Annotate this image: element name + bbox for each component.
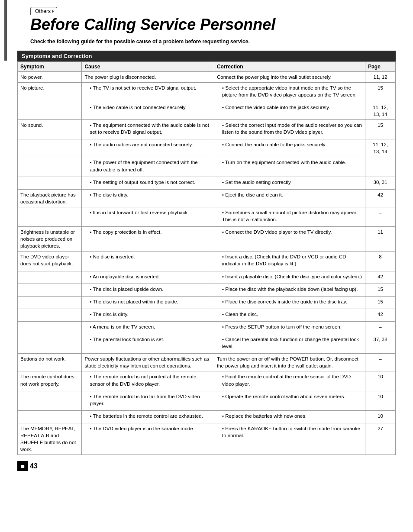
symptom-cell: The DVD video player does not start play… (18, 251, 82, 271)
correction-cell: Press the KARAOKE button to switch the m… (214, 423, 365, 455)
symptom-cell: Buttons do not work. (18, 354, 82, 371)
table-row: The batteries in the remote control are … (18, 410, 396, 423)
symptom-cell (18, 391, 82, 410)
correction-bullet: Cancel the parental lock function or cha… (222, 336, 362, 350)
symptom-cell: No sound. (18, 120, 82, 139)
cause-bullet: The power of the equipment connected wit… (90, 159, 211, 173)
table-row: No sound.The equipment connected with th… (18, 120, 396, 139)
cause-cell: A menu is on the TV screen. (82, 321, 214, 334)
symptom-cell (18, 102, 82, 119)
correction-bullet: Press the SETUP button to turn off the m… (222, 323, 362, 330)
left-bar-decoration (4, 0, 7, 61)
table-row: It is in fast forward or fast reverse pl… (18, 207, 396, 226)
correction-cell: Replace the batteries with new ones. (214, 410, 365, 423)
symptom-cell (18, 207, 82, 226)
symptom-cell (18, 139, 82, 157)
correction-cell: Place the disc correctly inside the guid… (214, 296, 365, 309)
symptom-cell (18, 271, 82, 284)
correction-cell: Insert a disc. (Check that the DVD or VC… (214, 251, 365, 271)
correction-bullet: Select the appropriate video input mode … (222, 84, 362, 98)
page-cell: – (365, 207, 396, 226)
page-cell: 10 (365, 410, 396, 423)
correction-cell: Insert a playable disc. (Check the disc … (214, 271, 365, 284)
page-cell: 10 (365, 391, 396, 410)
symptoms-table: Symptom Cause Correction Page No power.T… (17, 61, 396, 455)
correction-cell: Select the correct input mode of the aud… (214, 120, 365, 139)
page-cell: – (365, 354, 396, 371)
page-cell: 15 (365, 284, 396, 296)
cause-cell: The disc is dirty. (82, 309, 214, 321)
cause-cell: The batteries in the remote control are … (82, 410, 214, 423)
cause-bullet: The disc is dirty. (90, 311, 211, 318)
cause-bullet: An unplayable disc is inserted. (90, 273, 211, 280)
page-cell: – (365, 157, 396, 177)
correction-bullet: Replace the batteries with new ones. (222, 413, 362, 419)
table-row: An unplayable disc is inserted.Insert a … (18, 271, 396, 284)
page-cell: 15 (365, 120, 396, 139)
symptom-cell: No picture. (18, 82, 82, 102)
table-row: No picture.The TV is not set to receive … (18, 82, 396, 102)
cause-cell: The copy protection is in effect. (82, 227, 214, 251)
correction-bullet: Set the audio setting correctly. (222, 179, 362, 186)
cause-bullet: The DVD video player is in the karaoke m… (90, 425, 211, 432)
description-text: Check the following guide for the possib… (30, 39, 396, 45)
page-cell: 42 (365, 309, 396, 321)
correction-cell: Set the audio setting correctly. (214, 177, 365, 189)
col-header-cause: Cause (82, 61, 214, 71)
correction-cell: Eject the disc and clean it. (214, 189, 365, 207)
section-header: Symptoms and Correction (17, 51, 396, 61)
col-header-page: Page (365, 61, 396, 71)
correction-bullet: Point the remote control at the remote s… (222, 373, 362, 387)
table-row: The playback picture has occasional dist… (18, 189, 396, 207)
cause-cell: The disc is placed upside down. (82, 284, 214, 296)
cause-bullet: The setting of output sound type is not … (90, 179, 211, 186)
symptom-cell (18, 296, 82, 309)
table-row: The disc is dirty.Clean the disc.42 (18, 309, 396, 321)
cause-bullet: The disc is placed upside down. (90, 286, 211, 293)
cause-bullet: No disc is inserted. (90, 253, 211, 260)
cause-cell: The setting of output sound type is not … (82, 177, 214, 189)
cause-cell: It is in fast forward or fast reverse pl… (82, 207, 214, 226)
cause-cell: The power of the equipment connected wit… (82, 157, 214, 177)
cause-cell: The DVD video player is in the karaoke m… (82, 423, 214, 455)
cause-cell: The audio cables are not connected secur… (82, 139, 214, 157)
correction-bullet: Press the KARAOKE button to switch the m… (222, 425, 362, 439)
symptom-cell: The remote control does not work properl… (18, 371, 82, 391)
symptom-cell (18, 157, 82, 177)
cause-cell: No disc is inserted. (82, 251, 214, 271)
page-cell: 27 (365, 423, 396, 455)
cause-bullet: The equipment connected with the audio c… (90, 122, 211, 135)
cause-cell: An unplayable disc is inserted. (82, 271, 214, 284)
table-row: No power.The power plug is disconnected.… (18, 71, 396, 82)
table-row: The setting of output sound type is not … (18, 177, 396, 189)
page-cell: 11 (365, 227, 396, 251)
correction-bullet: Eject the disc and clean it. (222, 191, 362, 198)
page-cell: 42 (365, 271, 396, 284)
symptom-cell (18, 410, 82, 423)
correction-bullet: Insert a disc. (Check that the DVD or VC… (222, 253, 362, 267)
symptom-cell: The MEMORY, REPEAT, REPEAT A-B and SHUFF… (18, 423, 82, 455)
cause-bullet: The batteries in the remote control are … (90, 413, 211, 419)
correction-bullet: Turn on the equipment connected with the… (222, 159, 362, 166)
correction-bullet: Operate the remote control within about … (222, 393, 362, 400)
col-header-correction: Correction (214, 61, 365, 71)
correction-cell: Sometimes a small amount of picture dist… (214, 207, 365, 226)
correction-cell: Connect the audio cable to the jacks sec… (214, 139, 365, 157)
page-title: Before Calling Service Personnel (30, 16, 396, 33)
page-cell: 11, 12 (365, 71, 396, 82)
cause-cell: The parental lock function is set. (82, 334, 214, 354)
tab-label: Others (30, 7, 57, 15)
cause-bullet: The remote control is not pointed at the… (90, 373, 211, 387)
table-row: The DVD video player does not start play… (18, 251, 396, 271)
cause-cell: The remote control is too far from the D… (82, 391, 214, 410)
table-row: The disc is not placed within the guide.… (18, 296, 396, 309)
page-cell: 15 (365, 296, 396, 309)
cause-bullet: The parental lock function is set. (90, 336, 211, 343)
page-cell: 11, 12, 13, 14 (365, 139, 396, 157)
page-container: Others Before Calling Service Personnel … (0, 0, 413, 532)
footer-box: ■ (17, 461, 28, 471)
cause-bullet: The disc is not placed within the guide. (90, 298, 211, 305)
correction-cell: Point the remote control at the remote s… (214, 371, 365, 391)
cause-bullet: It is in fast forward or fast reverse pl… (90, 209, 211, 216)
correction-cell: Turn the power on or off with the POWER … (214, 354, 365, 371)
